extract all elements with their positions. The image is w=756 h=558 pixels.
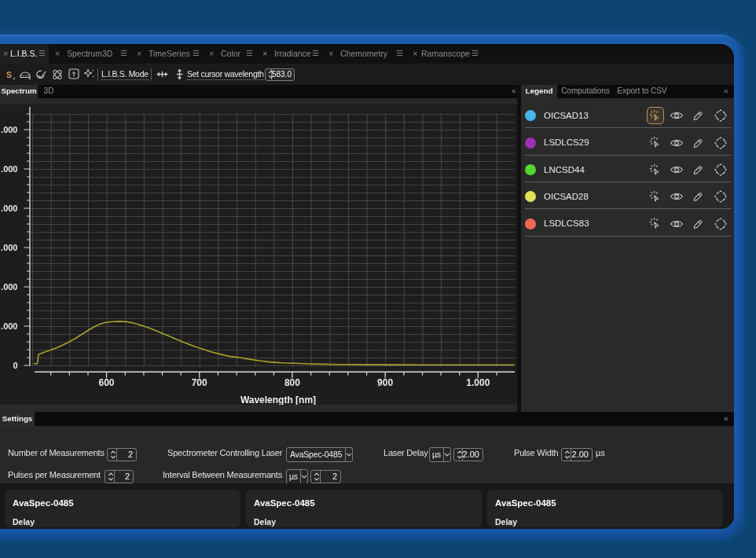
svg-text:600: 600 <box>98 377 114 388</box>
svg-text:.000: .000 <box>1 321 17 331</box>
svg-text:1.000: 1.000 <box>466 377 490 388</box>
svg-text:900: 900 <box>377 377 393 388</box>
svg-text:800: 800 <box>284 377 300 388</box>
svg-text:.000: .000 <box>1 164 17 174</box>
svg-text:0: 0 <box>13 361 17 370</box>
svg-text:.000: .000 <box>1 204 17 213</box>
svg-text:.000: .000 <box>1 243 17 252</box>
svg-text:Wavelength [nm]: Wavelength [nm] <box>240 395 316 406</box>
svg-text:.000: .000 <box>1 282 17 292</box>
svg-text:700: 700 <box>192 377 207 388</box>
svg-text:.000: .000 <box>1 125 17 134</box>
